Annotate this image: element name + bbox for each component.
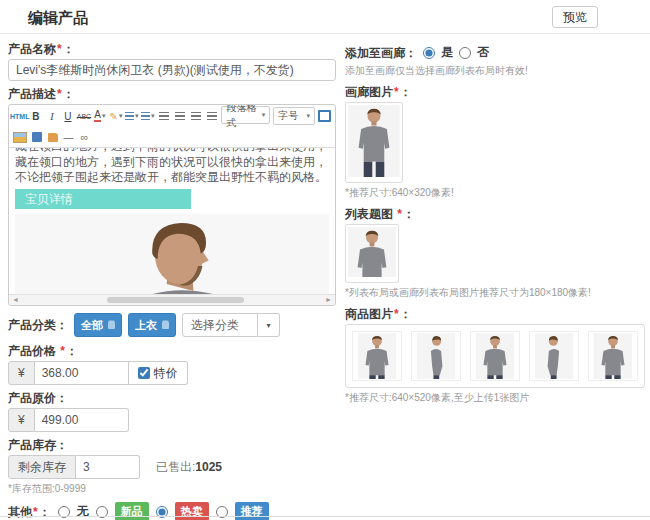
ordered-list-button[interactable]: ▾ <box>125 109 138 124</box>
html-source-button[interactable]: HTML <box>13 109 26 124</box>
rich-text-editor: HTML B I U ABC A▾ ✎▾ ▾ ▾ 段落格式▾ 字号▾ <box>8 104 336 306</box>
product-image-thumb[interactable] <box>411 331 461 381</box>
gallery-toggle-hint: 添加至画廊仅当选择画廊列表布局时有效! <box>345 64 645 78</box>
description-photo <box>15 214 329 294</box>
chevron-down-icon: ▾ <box>151 112 155 120</box>
stock-input[interactable] <box>76 455 140 479</box>
list-image-label: 列表题图 *： <box>345 207 645 221</box>
chevron-down-icon: ▾ <box>119 112 123 120</box>
model-profile-photo <box>72 214 272 294</box>
category-label: 产品分类： <box>8 318 68 332</box>
paste-icon <box>48 133 58 142</box>
fullscreen-icon <box>318 110 331 122</box>
trash-icon[interactable] <box>162 322 169 329</box>
recommend-badge: 推荐 <box>235 502 269 520</box>
insert-link-button[interactable]: ∞ <box>78 130 91 145</box>
product-image-thumb[interactable] <box>588 331 638 381</box>
font-color-button[interactable]: A▾ <box>93 109 106 124</box>
gallery-no-label: 否 <box>477 44 489 61</box>
align-left-button[interactable] <box>157 109 170 124</box>
product-image-thumb[interactable] <box>352 331 402 381</box>
page-title: 编辑产品 <box>28 9 88 28</box>
chevron-down-icon: ▾ <box>102 112 106 120</box>
scroll-right-arrow[interactable]: ► <box>325 295 332 305</box>
gallery-no-radio[interactable] <box>459 47 471 59</box>
original-price-input-group: ¥ <box>8 408 336 432</box>
product-image-thumb[interactable] <box>529 331 579 381</box>
align-left-icon <box>159 112 169 121</box>
category-tag-tops[interactable]: 上衣 <box>128 313 176 337</box>
fullscreen-button[interactable] <box>318 109 331 124</box>
align-center-button[interactable] <box>173 109 186 124</box>
highlight-button[interactable]: ✎▾ <box>109 109 122 124</box>
category-select-caret-button[interactable]: ▾ <box>258 313 280 337</box>
bold-button[interactable]: B <box>29 109 42 124</box>
stock-hint: *库存范围:0-9999 <box>8 482 336 496</box>
gallery-image-hint: *推荐尺寸:640×320像素! <box>345 186 645 200</box>
original-price-input[interactable] <box>35 408 129 432</box>
font-size-select[interactable]: 字号▾ <box>273 107 315 125</box>
price-section: 产品价格 *： ¥ 特价 <box>8 344 336 385</box>
bottom-divider <box>0 516 650 517</box>
currency-addon: ¥ <box>8 361 35 385</box>
insert-video-button[interactable] <box>30 130 43 145</box>
required-asterisk: * <box>397 207 402 221</box>
product-name-section: 产品名称*： <box>8 42 336 81</box>
scrollbar-thumb[interactable] <box>107 297 244 303</box>
other-section: 其他*： 无 新品 热卖 推荐 <box>8 502 336 520</box>
highlighter-icon: ✎ <box>110 111 118 122</box>
unordered-list-icon <box>141 112 149 121</box>
paragraph-format-select[interactable]: 段落格式▾ <box>221 106 270 124</box>
list-image-thumb[interactable] <box>345 224 399 283</box>
price-label: 产品价格 *： <box>8 344 336 358</box>
description-label: 产品描述*： <box>8 87 336 101</box>
align-justify-icon <box>207 112 217 121</box>
person-side-image <box>534 333 574 379</box>
image-icon <box>13 132 27 143</box>
unordered-list-button[interactable]: ▾ <box>141 109 154 124</box>
special-price-addon: 特价 <box>129 361 188 385</box>
clipped-text-line: 藏在领口的地方，遇到下雨的状况可以很快的拿出来使用，不论把领子围起来还是敞开，都… <box>15 148 329 154</box>
editor-content-area[interactable]: 藏在领口的地方，遇到下雨的状况可以很快的拿出来使用，不论把领子围起来还是敞开，都… <box>9 148 335 294</box>
special-price-checkbox[interactable] <box>138 367 150 379</box>
category-tag-all[interactable]: 全部 <box>74 313 122 337</box>
stock-section: 产品库存： 剩余库存 已售出:1025 *库存范围:0-9999 <box>8 438 336 496</box>
original-price-section: 产品原价： ¥ <box>8 391 336 432</box>
gallery-yes-radio[interactable] <box>423 47 435 59</box>
description-paragraph: 藏在领口的地方，遇到下雨的状况可以很快的拿出来使用，不论把领子围起来还是敞开，都… <box>15 155 329 185</box>
paste-button[interactable] <box>46 130 59 145</box>
align-right-button[interactable] <box>189 109 202 124</box>
original-price-label: 产品原价： <box>8 391 336 405</box>
gallery-image-label: 画廊图片*： <box>345 85 645 99</box>
required-asterisk: * <box>57 87 62 101</box>
scroll-left-arrow[interactable]: ◄ <box>12 295 19 305</box>
preview-button[interactable]: 预览 <box>552 6 598 28</box>
trash-icon[interactable] <box>108 322 115 329</box>
italic-button[interactable]: I <box>45 109 58 124</box>
product-name-label: 产品名称*： <box>8 42 336 56</box>
price-input[interactable] <box>35 361 129 385</box>
edit-product-page: 编辑产品 预览 产品名称*： 产品描述*： HTML B I U ABC A▾ … <box>0 0 650 520</box>
right-column: 添加至画廊： 是 否 添加至画廊仅当选择画廊列表布局时有效! 画廊图片*： *推… <box>345 42 645 412</box>
editor-horizontal-scrollbar[interactable]: ◄ ► <box>9 294 335 305</box>
video-icon <box>32 132 42 142</box>
stock-addon: 剩余库存 <box>8 455 76 479</box>
sold-count: 已售出:1025 <box>156 459 222 476</box>
new-badge: 新品 <box>115 502 149 520</box>
chevron-down-icon: ▾ <box>135 112 139 120</box>
underline-button[interactable]: U <box>61 109 74 124</box>
gallery-image-thumb[interactable] <box>345 102 403 183</box>
product-images-container <box>345 324 645 388</box>
product-image-thumb[interactable] <box>470 331 520 381</box>
product-name-input[interactable] <box>8 59 336 81</box>
category-select-value[interactable]: 选择分类 <box>182 313 258 337</box>
required-asterisk: * <box>394 85 399 99</box>
strikethrough-button[interactable]: ABC <box>77 109 90 124</box>
insert-image-button[interactable] <box>13 130 27 145</box>
person-back-image <box>475 333 515 379</box>
horizontal-rule-button[interactable]: — <box>62 130 75 145</box>
required-asterisk: * <box>394 307 399 321</box>
product-images-hint: *推荐尺寸:640×520像素,至少上传1张图片 <box>345 391 645 405</box>
left-column: 产品名称*： 产品描述*： HTML B I U ABC A▾ ✎▾ ▾ ▾ <box>8 42 336 520</box>
align-justify-button[interactable] <box>205 109 218 124</box>
